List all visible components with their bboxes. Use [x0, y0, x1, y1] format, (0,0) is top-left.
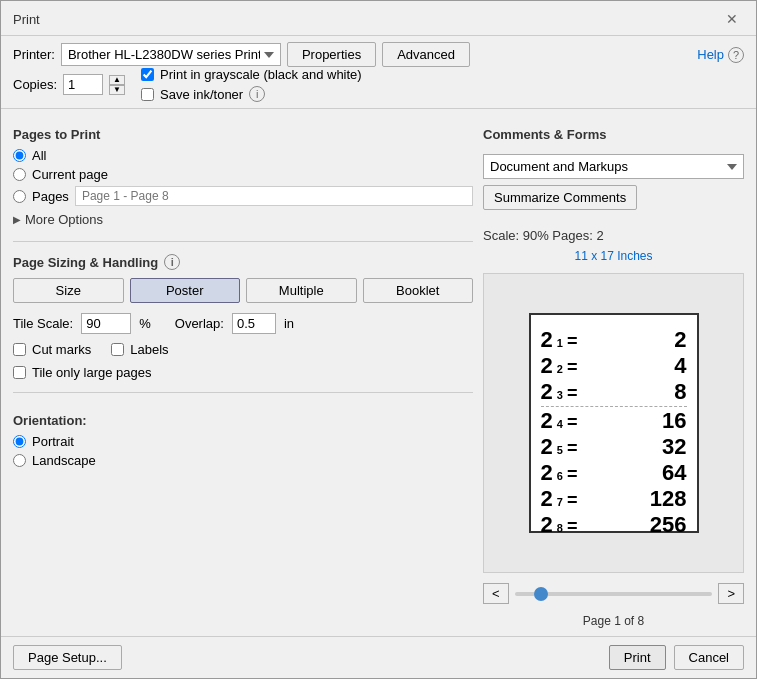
advanced-button[interactable]: Advanced — [382, 42, 470, 67]
orientation-section: Orientation: Portrait Landscape — [13, 413, 473, 472]
close-button[interactable]: ✕ — [720, 9, 744, 29]
help-link[interactable]: Help ? — [697, 47, 744, 63]
all-radio-row: All — [13, 148, 473, 163]
pages-range-input[interactable] — [75, 186, 473, 206]
tile-large-checkbox[interactable] — [13, 366, 26, 379]
check-options: Cut marks Labels — [13, 342, 473, 357]
page-sizing-section: Page Sizing & Handling i Size Poster Mul… — [13, 254, 473, 380]
more-options-label: More Options — [25, 212, 103, 227]
tile-scale-row: Tile Scale: % Overlap: in — [13, 313, 473, 334]
tile-scale-label: Tile Scale: — [13, 316, 73, 331]
preview-row-5: 25 = 32 — [541, 434, 687, 460]
options-row: Copies: ▲ ▼ Print in grayscale (black an… — [1, 67, 756, 108]
cut-marks-label: Cut marks — [32, 342, 91, 357]
cut-marks-row: Cut marks — [13, 342, 91, 357]
labels-checkbox[interactable] — [111, 343, 124, 356]
poster-button[interactable]: Poster — [130, 278, 241, 303]
current-page-radio[interactable] — [13, 168, 26, 181]
cut-marks-checkbox[interactable] — [13, 343, 26, 356]
help-icon: ? — [728, 47, 744, 63]
print-button[interactable]: Print — [609, 645, 666, 670]
print-dialog: Print ✕ Printer: Brother HL-L2380DW seri… — [0, 0, 757, 679]
scale-text: Scale: 90% Pages: 2 — [483, 228, 604, 243]
page-indicator: Page 1 of 8 — [483, 614, 744, 628]
copies-up[interactable]: ▲ — [109, 75, 125, 85]
tile-large-row: Tile only large pages — [13, 365, 473, 380]
prev-page-button[interactable]: < — [483, 583, 509, 604]
printer-row: Printer: Brother HL-L2380DW series Print… — [1, 36, 756, 67]
preview-row-3: 23 = 8 — [541, 379, 687, 405]
next-page-button[interactable]: > — [718, 583, 744, 604]
main-content: Pages to Print All Current page Pages ▶ … — [1, 117, 756, 636]
top-divider — [1, 108, 756, 109]
preview-page: 21 = 2 22 = 4 23 = 8 — [529, 313, 699, 533]
page-nav: < > — [483, 579, 744, 608]
grayscale-label: Print in grayscale (black and white) — [160, 67, 362, 82]
section-divider-2 — [13, 392, 473, 393]
grayscale-row: Print in grayscale (black and white) — [141, 67, 362, 82]
slider-thumb[interactable] — [534, 587, 548, 601]
page-size-label: 11 x 17 Inches — [483, 249, 744, 263]
save-ink-info-icon: i — [249, 86, 265, 102]
landscape-radio[interactable] — [13, 454, 26, 467]
preview-row-6: 26 = 64 — [541, 460, 687, 486]
portrait-radio[interactable] — [13, 435, 26, 448]
copies-down[interactable]: ▼ — [109, 85, 125, 95]
checkboxes-group: Print in grayscale (black and white) Sav… — [141, 67, 362, 102]
copies-group: Copies: ▲ ▼ — [13, 74, 125, 95]
tile-scale-input[interactable] — [81, 313, 131, 334]
tile-scale-unit: % — [139, 316, 151, 331]
page-sizing-info-icon: i — [164, 254, 180, 270]
save-ink-label: Save ink/toner — [160, 87, 243, 102]
comments-forms-title: Comments & Forms — [483, 127, 744, 142]
size-button[interactable]: Size — [13, 278, 124, 303]
orientation-title: Orientation: — [13, 413, 473, 428]
printer-label: Printer: — [13, 47, 55, 62]
right-panel: Comments & Forms Document and Markups Su… — [483, 127, 744, 626]
pages-to-print-title: Pages to Print — [13, 127, 473, 142]
booklet-button[interactable]: Booklet — [363, 278, 474, 303]
summarize-button[interactable]: Summarize Comments — [483, 185, 637, 210]
comments-forms-select[interactable]: Document and Markups — [483, 154, 744, 179]
preview-row-8: 28 = 256 — [541, 512, 687, 538]
pages-radio[interactable] — [13, 190, 26, 203]
scale-info: Scale: 90% Pages: 2 — [483, 228, 744, 243]
copies-label: Copies: — [13, 77, 57, 92]
preview-divider — [541, 406, 687, 407]
pages-label: Pages — [32, 189, 69, 204]
pages-to-print-section: Pages to Print All Current page Pages ▶ … — [13, 127, 473, 229]
multiple-button[interactable]: Multiple — [246, 278, 357, 303]
landscape-label: Landscape — [32, 453, 96, 468]
bottom-bar: Page Setup... Print Cancel — [1, 636, 756, 678]
cancel-button[interactable]: Cancel — [674, 645, 744, 670]
overlap-input[interactable] — [232, 313, 276, 334]
preview-row-7: 27 = 128 — [541, 486, 687, 512]
current-page-label: Current page — [32, 167, 108, 182]
labels-row: Labels — [111, 342, 168, 357]
copies-input[interactable] — [63, 74, 103, 95]
all-radio[interactable] — [13, 149, 26, 162]
preview-row-1: 21 = 2 — [541, 327, 687, 353]
copies-spinner: ▲ ▼ — [109, 75, 125, 95]
left-panel: Pages to Print All Current page Pages ▶ … — [13, 127, 473, 626]
page-slider[interactable] — [515, 592, 713, 596]
portrait-radio-row: Portrait — [13, 434, 473, 449]
save-ink-row: Save ink/toner i — [141, 86, 362, 102]
preview-row-4: 24 = 16 — [541, 408, 687, 434]
section-divider-1 — [13, 241, 473, 242]
comments-forms-section: Comments & Forms Document and Markups Su… — [483, 127, 744, 210]
grayscale-checkbox[interactable] — [141, 68, 154, 81]
labels-label: Labels — [130, 342, 168, 357]
tile-large-label: Tile only large pages — [32, 365, 151, 380]
printer-select[interactable]: Brother HL-L2380DW series Printer — [61, 43, 281, 66]
all-label: All — [32, 148, 46, 163]
sizing-btn-group: Size Poster Multiple Booklet — [13, 278, 473, 303]
more-options-toggle[interactable]: ▶ More Options — [13, 210, 473, 229]
bottom-right-buttons: Print Cancel — [609, 645, 744, 670]
title-bar: Print ✕ — [1, 1, 756, 36]
properties-button[interactable]: Properties — [287, 42, 376, 67]
page-sizing-label: Page Sizing & Handling — [13, 255, 158, 270]
pages-radio-row: Pages — [13, 186, 473, 206]
page-setup-button[interactable]: Page Setup... — [13, 645, 122, 670]
save-ink-checkbox[interactable] — [141, 88, 154, 101]
